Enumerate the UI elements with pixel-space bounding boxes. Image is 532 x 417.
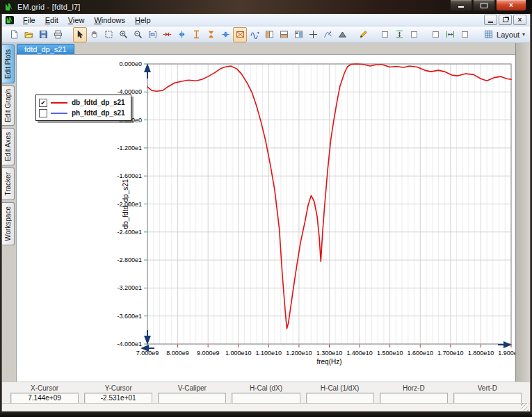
status-field-label: H-Cal (1/dX) (306, 383, 374, 393)
maximize-button[interactable] (473, 0, 495, 11)
expand-vertical-button[interactable] (218, 27, 232, 42)
split-vertical-button[interactable] (262, 27, 276, 42)
sidebar-tab-tracker[interactable]: Tracker (2, 167, 15, 200)
document-icon (6, 16, 14, 24)
status-field-value (453, 393, 522, 404)
minimize-icon (458, 6, 464, 8)
zoom-in-icon (119, 30, 128, 39)
crosshair-icon (309, 30, 318, 39)
mdi-close-button[interactable]: × (513, 15, 526, 25)
plot-legend[interactable]: ✔db_fdtd_dp_s21ph_fdtd_dp_s21 (35, 95, 131, 121)
legend-label: ph_fdtd_dp_s21 (72, 109, 125, 117)
app-icon (4, 2, 14, 12)
checkbox-button[interactable] (378, 27, 392, 42)
tracker-curve-button[interactable] (321, 27, 334, 42)
mdi-close-icon: × (518, 17, 522, 24)
edit-pencil-button[interactable] (357, 27, 371, 42)
expand-vertical-icon (221, 30, 230, 39)
close-icon: × (509, 2, 513, 9)
layout-dropdown-button[interactable]: Layout▾ (479, 27, 530, 42)
sidebar-tab-edit-axes[interactable]: Edit Axes (2, 128, 15, 165)
x-axis-tick-label: 9.000e9 (197, 350, 220, 357)
sidebar-tab-label: Edit Graph (4, 89, 12, 122)
resize-grip[interactable] (521, 403, 529, 411)
zoom-window-button[interactable] (102, 27, 116, 42)
collapse-vertical-button[interactable] (204, 27, 218, 42)
zoom-in-button[interactable] (117, 27, 131, 42)
toolbar-separator (422, 28, 429, 42)
smooth-wave-button[interactable] (248, 27, 261, 42)
save-icon (39, 30, 48, 39)
titlebar[interactable]: EM.grid - [fdtd_l7] × (0, 0, 532, 14)
plot-canvas[interactable]: 7.000e98.000e99.000e91.000e101.100e101.2… (16, 54, 516, 394)
sidebar-tab-edit-plots[interactable]: Edit Plots (2, 44, 15, 83)
checked-checkbox-icon[interactable]: ✔ (39, 99, 47, 107)
pan-hand-icon (90, 30, 99, 39)
legend-row: ✔db_fdtd_dp_s21 (39, 97, 125, 108)
zoom-x-extent-icon (148, 30, 157, 39)
y-axis-tick-label: -1.600e1 (117, 172, 142, 179)
print-button[interactable] (51, 27, 65, 42)
status-field-label: Horz-D (380, 383, 448, 393)
checkbox-icon (460, 30, 469, 39)
axis-arrow-down-icon (144, 330, 151, 345)
split-horizontal-button[interactable] (277, 27, 291, 42)
peak-marker-icon (338, 30, 347, 39)
checkbox-button[interactable] (408, 27, 421, 42)
checkbox-icon (410, 30, 419, 39)
status-field-label: Y-Cursor (84, 383, 152, 393)
close-button[interactable]: × (496, 0, 526, 11)
layout-grid-icon (484, 30, 493, 39)
collapse-vertical-icon (207, 30, 216, 39)
sidebar-tab-edit-graph[interactable]: Edit Graph (2, 85, 15, 126)
x-axis-tick-label: 1.600e10 (407, 350, 433, 357)
new-document-button[interactable] (8, 27, 22, 42)
status-field-value: -2.531e+01 (84, 393, 152, 404)
x-axis-tick-label: 1.400e10 (346, 350, 373, 357)
sidebar-tab-workspace[interactable]: Workspace (2, 202, 15, 245)
legend-line-sample (51, 102, 67, 104)
overlay-pane-button[interactable] (291, 27, 305, 42)
zoom-x-extent-button[interactable] (146, 27, 160, 42)
checkbox-button[interactable] (458, 27, 471, 42)
menu-file[interactable]: File (18, 15, 40, 25)
checkbox-button[interactable] (428, 27, 442, 42)
horizontal-extent-button[interactable] (443, 27, 457, 42)
x-axis-tick-label: 1.700e10 (437, 350, 464, 357)
legend-row: ph_fdtd_dp_s21 (39, 108, 125, 118)
autoscale-box-button[interactable] (233, 27, 247, 42)
open-file-button[interactable] (22, 27, 36, 42)
pan-hand-button[interactable] (88, 27, 102, 42)
axis-arrow-right-icon (498, 341, 512, 348)
zoom-out-button[interactable] (131, 27, 145, 42)
save-button[interactable] (37, 27, 51, 42)
y-axis-tick-label: -3.600e1 (117, 313, 142, 320)
toolbar: Layout▾ (2, 26, 530, 43)
menu-help[interactable]: Help (130, 15, 156, 25)
sidebar-tab-label: Workspace (4, 206, 12, 241)
new-document-icon (10, 30, 19, 39)
collapse-horizontal-button[interactable] (160, 27, 174, 42)
legend-line-sample (51, 113, 67, 114)
window-border-bottom (0, 411, 532, 417)
expand-horizontal-button[interactable] (175, 27, 188, 42)
mdi-restore-button[interactable] (499, 15, 512, 25)
y-axis-tick-label: 0.000e0 (119, 60, 142, 67)
overlay-pane-icon (294, 30, 303, 39)
document-tab[interactable]: fdtd_dp_s21 (17, 44, 74, 55)
mdi-minimize-button[interactable] (484, 15, 497, 25)
unchecked-checkbox-icon[interactable] (39, 109, 47, 117)
minimize-button[interactable] (450, 0, 472, 11)
menu-windows[interactable]: Windows (89, 15, 130, 25)
fit-vertical-button[interactable] (189, 27, 203, 42)
split-vertical-icon (265, 30, 274, 39)
peak-marker-button[interactable] (335, 27, 349, 42)
menu-view[interactable]: View (63, 15, 90, 25)
fit-vertical-icon (192, 30, 201, 39)
maximize-icon (481, 3, 487, 8)
document-area: fdtd_dp_s21 7.000e98.000e99.000e91.000e1… (16, 43, 516, 394)
select-cursor-button[interactable] (73, 27, 87, 42)
vertical-extent-button[interactable] (393, 27, 407, 42)
crosshair-button[interactable] (306, 27, 320, 42)
menu-edit[interactable]: Edit (40, 15, 63, 25)
